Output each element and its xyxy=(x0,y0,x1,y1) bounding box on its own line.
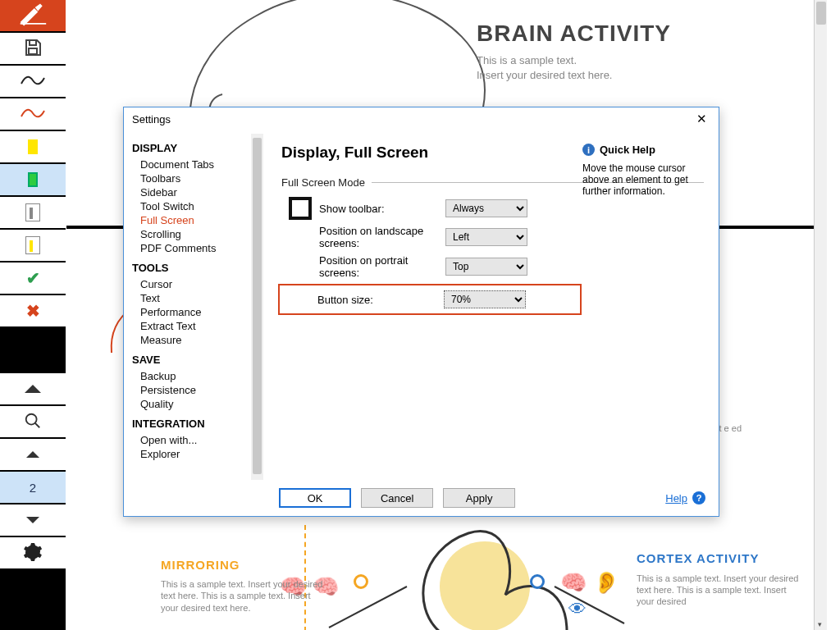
svg-rect-0 xyxy=(29,48,37,54)
nav-explorer[interactable]: Explorer xyxy=(132,447,263,461)
nav-backup[interactable]: Backup xyxy=(132,369,263,383)
nav-quality[interactable]: Quality xyxy=(132,397,263,411)
highlight-green-button[interactable] xyxy=(0,164,66,197)
nav-persistence[interactable]: Persistence xyxy=(132,383,263,397)
subtitle-line-2: Insert your desired text here. xyxy=(477,69,612,81)
freehand-black-button[interactable] xyxy=(0,66,66,98)
dialog-titlebar: Settings ✕ xyxy=(124,107,719,130)
eye-icon: 👁 xyxy=(568,599,587,620)
document-title: BRAIN ACTIVITY xyxy=(477,21,671,47)
vertical-scrollbar[interactable]: ▴ ▾ xyxy=(814,0,827,630)
freehand-red-button[interactable] xyxy=(0,98,66,131)
nav-extract-text[interactable]: Extract Text xyxy=(132,319,263,333)
nav-measure[interactable]: Measure xyxy=(132,333,263,347)
scrollbar-thumb[interactable] xyxy=(816,2,826,25)
pen-tool-button[interactable] xyxy=(0,0,66,33)
nav-sidebar[interactable]: Sidebar xyxy=(132,185,263,199)
subtitle-line-1: This is a sample text. xyxy=(477,54,577,66)
nav-performance[interactable]: Performance xyxy=(132,305,263,319)
settings-dialog: Settings ✕ DISPLAY Document Tabs Toolbar… xyxy=(123,107,719,517)
reject-button[interactable]: ✖ xyxy=(0,295,66,328)
nav-open-with[interactable]: Open with... xyxy=(132,433,263,447)
select-show-toolbar[interactable]: Always xyxy=(445,199,527,217)
mirroring-block: MIRRORING This is a sample text. Insert … xyxy=(161,558,325,614)
side-nav-scroll-thumb[interactable] xyxy=(253,138,262,474)
save-button[interactable] xyxy=(0,33,66,66)
svg-point-1 xyxy=(26,413,37,424)
nav-document-tabs[interactable]: Document Tabs xyxy=(132,158,263,171)
nav-text[interactable]: Text xyxy=(132,291,263,305)
save-icon xyxy=(23,38,43,60)
cortex-text: This is a sample text. Insert your desir… xyxy=(637,573,801,608)
toolbar-gap xyxy=(0,328,66,373)
fullscreen-frame-icon xyxy=(289,197,312,220)
gear-icon xyxy=(23,542,43,564)
nav-tool-switch[interactable]: Tool Switch xyxy=(132,199,263,213)
nav-head-display: DISPLAY xyxy=(132,142,263,154)
text-box-b-button[interactable] xyxy=(0,230,66,262)
nav-scrolling[interactable]: Scrolling xyxy=(132,227,263,241)
svg-point-2 xyxy=(440,541,530,630)
help-link[interactable]: Help ? xyxy=(665,491,705,504)
page-number-indicator[interactable]: 2 xyxy=(0,472,66,504)
select-landscape[interactable]: Left xyxy=(445,228,527,246)
chevron-down-icon xyxy=(26,517,39,523)
accept-button[interactable]: ✔ xyxy=(0,262,66,295)
nav-head-integration: INTEGRATION xyxy=(132,418,263,430)
nav-toolbars[interactable]: Toolbars xyxy=(132,171,263,185)
info-icon: i xyxy=(582,144,595,156)
row-portrait: Position on portrait screens: Top xyxy=(281,254,704,279)
help-link-text: Help xyxy=(665,492,687,504)
pen-icon xyxy=(18,3,48,29)
nav-head-save: SAVE xyxy=(132,354,263,366)
select-portrait[interactable]: Top xyxy=(445,258,527,276)
next-page-button[interactable] xyxy=(0,504,66,537)
text-box-a-icon xyxy=(25,203,40,221)
scroll-up-button[interactable] xyxy=(0,373,66,406)
cortex-heading: CORTEX ACTIVITY xyxy=(637,552,801,566)
quick-help-title: Quick Help xyxy=(600,144,655,156)
row-show-toolbar: Show toolbar: Always xyxy=(281,197,704,220)
label-button-size: Button size: xyxy=(280,294,444,306)
nav-head-tools: TOOLS xyxy=(132,262,263,274)
label-portrait: Position on portrait screens: xyxy=(281,254,445,279)
mirroring-heading: MIRRORING xyxy=(161,558,325,572)
page-number-label: 2 xyxy=(30,481,36,495)
left-toolbar: ✔ ✖ 2 xyxy=(0,0,66,630)
text-box-b-icon xyxy=(25,236,40,254)
highlight-yellow-icon xyxy=(28,139,38,154)
node-orange xyxy=(354,574,368,589)
select-button-size[interactable]: 70% xyxy=(444,290,526,308)
nav-full-screen[interactable]: Full Screen xyxy=(132,213,263,227)
ear-brain-icons: 🧠👂 xyxy=(560,570,619,596)
settings-main-panel: Display, Full Screen Full Screen Mode Sh… xyxy=(263,130,719,480)
row-button-size: Button size: 70% xyxy=(278,284,582,315)
highlight-green-icon xyxy=(28,172,38,187)
text-box-a-button[interactable] xyxy=(0,197,66,230)
zoom-button[interactable] xyxy=(0,406,66,439)
quick-help-text: Move the mouse cursor above an element t… xyxy=(582,162,705,197)
dialog-title-text: Settings xyxy=(132,113,171,126)
mirroring-text: This is a sample text. Insert your desir… xyxy=(161,578,325,614)
help-question-icon: ? xyxy=(692,491,705,504)
magnifier-icon xyxy=(24,412,42,432)
highlight-yellow-button[interactable] xyxy=(0,131,66,164)
group-label-text: Full Screen Mode xyxy=(281,176,365,189)
triangle-up-icon xyxy=(25,385,41,393)
cross-icon: ✖ xyxy=(26,301,40,321)
cortex-block: CORTEX ACTIVITY This is a sample text. I… xyxy=(637,552,801,607)
scrollbar-down-icon[interactable]: ▾ xyxy=(818,620,822,628)
nav-cursor[interactable]: Cursor xyxy=(132,277,263,291)
ok-button[interactable]: OK xyxy=(279,488,351,508)
settings-side-nav: DISPLAY Document Tabs Toolbars Sidebar T… xyxy=(124,130,263,480)
curve-black-icon xyxy=(21,75,45,89)
settings-button[interactable] xyxy=(0,537,66,570)
side-nav-scrollbar[interactable] xyxy=(251,134,263,480)
dialog-close-button[interactable]: ✕ xyxy=(692,110,712,128)
nav-pdf-comments[interactable]: PDF Comments xyxy=(132,241,263,255)
label-show-toolbar: Show toolbar: xyxy=(319,203,445,215)
prev-page-button[interactable] xyxy=(0,439,66,472)
apply-button[interactable]: Apply xyxy=(443,488,515,508)
node-blue xyxy=(530,574,545,589)
cancel-button[interactable]: Cancel xyxy=(361,488,433,508)
